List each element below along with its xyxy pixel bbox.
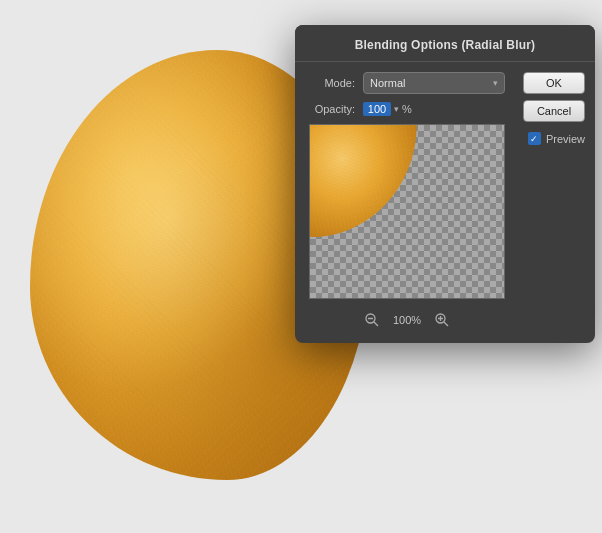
zoom-in-button[interactable]	[433, 311, 451, 329]
svg-line-1	[374, 322, 378, 326]
opacity-unit: %	[402, 103, 412, 115]
opacity-label: Opacity:	[309, 103, 363, 115]
mode-dropdown-arrow: ▾	[493, 78, 498, 88]
zoom-out-button[interactable]	[363, 311, 381, 329]
cancel-button[interactable]: Cancel	[523, 100, 585, 122]
preview-checkbox[interactable]: ✓	[528, 132, 541, 145]
blending-options-dialog: Blending Options (Radial Blur) Mode: Nor…	[295, 25, 595, 343]
dialog-side-buttons: OK Cancel ✓ Preview	[515, 62, 595, 343]
dialog-title: Blending Options (Radial Blur)	[355, 38, 536, 52]
canvas-background: Blending Options (Radial Blur) Mode: Nor…	[0, 0, 602, 533]
zoom-level: 100%	[393, 314, 421, 326]
zoom-bar: 100%	[309, 305, 505, 333]
mode-value: Normal	[370, 77, 493, 89]
dialog-main-controls: Mode: Normal ▾ Opacity: 100 ▾ %	[295, 62, 515, 343]
preview-checkbox-label: Preview	[546, 133, 585, 145]
opacity-row: Opacity: 100 ▾ %	[309, 102, 505, 116]
mode-dropdown[interactable]: Normal ▾	[363, 72, 505, 94]
opacity-value[interactable]: 100	[363, 102, 391, 116]
opacity-arrow: ▾	[394, 104, 399, 114]
preview-canvas	[309, 124, 505, 299]
dialog-titlebar: Blending Options (Radial Blur)	[295, 25, 595, 62]
ok-button[interactable]: OK	[523, 72, 585, 94]
mode-row: Mode: Normal ▾	[309, 72, 505, 94]
svg-line-4	[444, 322, 448, 326]
mode-label: Mode:	[309, 77, 363, 89]
preview-checkbox-row: ✓ Preview	[528, 132, 585, 145]
